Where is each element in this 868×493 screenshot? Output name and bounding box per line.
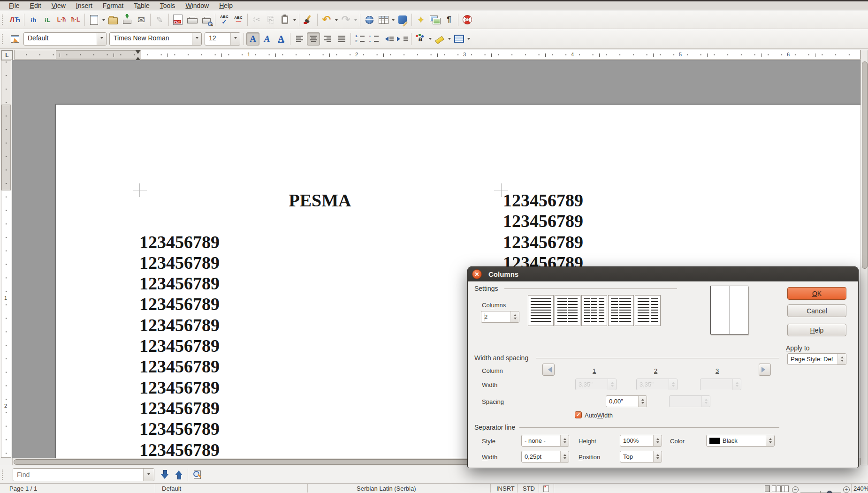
column-number-1[interactable]: 1 [593,367,596,374]
cancel-button[interactable]: Cancel [787,304,846,317]
status-page-count[interactable]: Page 1 / 1 [9,485,37,492]
translit-option1-icon[interactable]: ⁞ћ [27,13,40,26]
bullet-list-button[interactable]: •• [367,32,381,46]
show-draw-functions-icon[interactable] [396,13,409,26]
print-preview-icon[interactable] [199,13,213,26]
preset-right-narrow[interactable] [635,295,661,326]
translit-cyrillic-icon[interactable]: ЛЋ [8,13,22,26]
column-previous-button[interactable] [542,364,555,376]
spinner-arrows[interactable] [838,354,846,364]
gallery-icon[interactable] [428,13,442,26]
document-line[interactable]: 123456789 [139,356,501,377]
edit-file-icon[interactable]: ✎ [153,13,166,26]
toolbar-grip[interactable] [2,34,5,44]
translit-option2-icon[interactable]: ⁞L [41,13,54,26]
background-color-icon[interactable] [452,32,465,46]
document-modified-icon[interactable]: * [543,485,549,493]
vertical-ruler[interactable]: 1 2 [1,60,11,458]
spinner-arrows[interactable] [766,435,774,446]
separator-width-spinner[interactable]: 0,25pt [521,451,569,463]
spelling-icon[interactable]: ABC✓ [218,13,231,26]
document-line[interactable]: 123456789 [139,377,501,398]
document-line[interactable]: 123456789 [139,273,501,294]
width-3-spinner[interactable] [700,379,741,390]
document-line[interactable]: 123456789 [503,190,860,211]
zoom-slider[interactable] [800,488,841,493]
menu-window[interactable]: Window [180,2,214,9]
font-size-dropdown[interactable] [230,33,240,45]
formatting-marks-icon[interactable]: ¶ [442,13,456,26]
zoom-in-icon[interactable]: + [843,485,850,493]
redo-icon[interactable]: ↷ [339,13,352,26]
print-icon[interactable] [185,13,198,26]
export-pdf-icon[interactable]: PDF [171,13,184,26]
separator-style-spinner[interactable]: - none - [521,435,569,447]
preset-two-columns[interactable] [555,295,580,326]
width-1-spinner[interactable]: 3,35" [575,379,617,390]
new-document-icon[interactable] [87,13,100,26]
insert-table-dropdown[interactable] [390,13,396,26]
save-icon[interactable] [121,13,134,26]
help-button[interactable]: Help [787,324,846,336]
ok-button[interactable]: OK [787,287,846,300]
menu-tools[interactable]: Tools [155,2,181,9]
spacing-1-spinner[interactable]: 0,00" [606,395,647,407]
status-selection-mode[interactable]: STD [523,485,535,492]
zoom-slider-thumb[interactable] [827,491,832,493]
menu-file[interactable]: File [4,2,25,9]
column-number-3[interactable]: 3 [716,367,719,374]
underline-button[interactable]: A [274,32,288,46]
navigator-icon[interactable]: ✦ [414,13,427,26]
view-book-icon[interactable] [781,485,789,493]
column-number-2[interactable]: 2 [654,367,657,374]
zoom-out-icon[interactable]: − [792,485,799,493]
document-line[interactable]: 123456789 [503,211,860,231]
spinner-arrows[interactable] [653,435,662,446]
find-previous-button[interactable] [172,468,185,481]
vertical-scrollbar-thumb[interactable] [862,61,868,269]
font-name-combobox[interactable]: Times New Roman [109,32,202,46]
status-language[interactable]: Serbian Latin (Serbia) [357,485,416,492]
align-justified-button[interactable] [335,32,348,46]
email-icon[interactable]: ✉ [135,13,148,26]
paste-icon[interactable] [278,13,291,26]
insert-table-icon[interactable] [377,13,390,26]
document-line[interactable]: 123456789 [139,418,501,439]
cut-icon[interactable]: ✂ [250,13,263,26]
format-paintbrush-icon[interactable] [302,13,315,26]
preset-three-columns[interactable] [581,295,607,326]
toolbar-grip[interactable] [2,15,5,25]
separator-color-spinner[interactable]: Black [706,435,775,447]
highlighting-icon[interactable] [433,32,446,46]
document-line[interactable]: 123456789 [503,232,860,252]
preset-one-column[interactable] [528,295,554,326]
width-2-spinner[interactable]: 3,35" [636,379,678,390]
spinner-arrows[interactable] [560,435,569,446]
paragraph-style-dropdown[interactable] [97,33,106,45]
status-insert-mode[interactable]: INSRT [496,485,515,492]
auto-spellcheck-icon[interactable]: ABC~~~ [232,13,245,26]
translit-option3-icon[interactable]: L·ћ [55,13,68,26]
spinner-arrows[interactable] [653,451,662,462]
toolbar-grip[interactable] [2,470,5,480]
tab-stop-selector[interactable]: L [1,50,13,60]
bold-button[interactable]: A [246,32,259,46]
status-zoom-level[interactable]: 240% [853,485,868,492]
separator-height-spinner[interactable]: 100% [620,435,662,447]
numbered-list-button[interactable]: 1.2. [353,32,366,46]
document-column-2[interactable]: 123456789 123456789 123456789 123456789 [503,190,860,273]
document-line[interactable]: 123456789 [139,232,501,252]
apply-to-spinner[interactable]: Page Style: Def [787,353,846,365]
styles-icon[interactable] [8,32,22,46]
document-line[interactable]: 123456789 [139,440,501,458]
autowidth-checkbox[interactable]: ✓ [575,411,582,418]
background-color-dropdown[interactable] [466,32,471,46]
font-color-icon[interactable]: a [414,32,427,46]
help-icon[interactable] [461,13,474,26]
menu-view[interactable]: View [46,2,71,9]
font-size-combobox[interactable]: 12 [205,32,240,46]
new-document-dropdown[interactable] [101,13,106,26]
menu-format[interactable]: Format [98,2,129,9]
copy-icon[interactable]: ⎘ [264,13,277,26]
dialog-titlebar[interactable]: ✕ Columns [468,267,858,281]
